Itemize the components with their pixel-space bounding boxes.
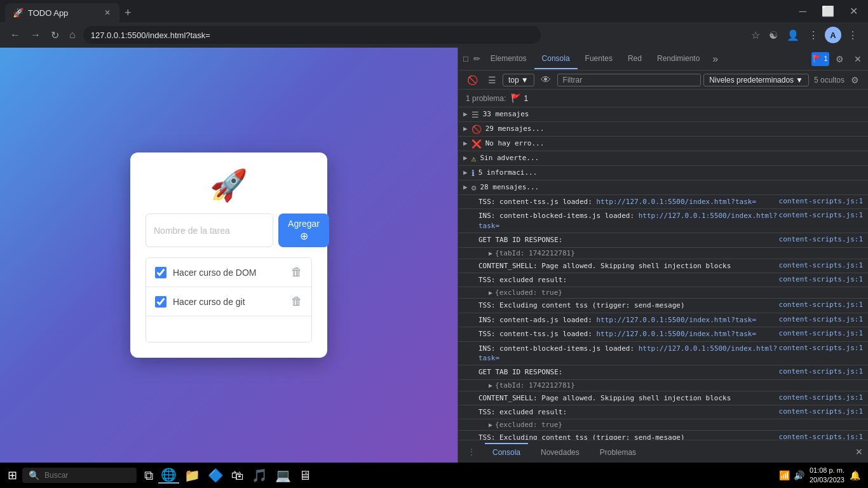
clear-console-button[interactable]: 🚫 xyxy=(463,73,482,87)
source-link[interactable]: content-scripts.js:1 xyxy=(779,211,863,219)
source-link[interactable]: content-scripts.js:1 xyxy=(779,315,863,323)
console-link[interactable]: http://127.0.0.1:5500/index.html?task= xyxy=(596,198,756,206)
console-log-shell-2[interactable]: CONTENT_SHELL: Page allowed. Skipping sh… xyxy=(458,391,868,405)
reload-button[interactable]: ↻ xyxy=(48,27,62,44)
console-log-ins-2[interactable]: INS: content-blocked-items.js loaded: ht… xyxy=(458,342,868,366)
task-name-input[interactable] xyxy=(146,214,273,247)
volume-icon[interactable]: 🔊 xyxy=(794,470,804,480)
filter-input[interactable] xyxy=(557,74,702,86)
task-checkbox-1[interactable] xyxy=(155,267,166,278)
source-link[interactable]: content-scripts.js:1 xyxy=(779,393,863,402)
console-link[interactable]: http://127.0.0.1:5500/index.html?task= xyxy=(596,330,756,338)
source-link[interactable]: content-scripts.js:1 xyxy=(779,367,863,376)
console-log-shell-1[interactable]: CONTENT_SHELL: Page allowed. Skipping sh… xyxy=(458,259,868,273)
console-log-tss-1[interactable]: TSS: content-tss.js loaded: http://127.0… xyxy=(458,195,868,209)
more-button[interactable]: ⋮ xyxy=(845,27,860,44)
devtools-tab-rendimiento[interactable]: Rendimiento xyxy=(649,49,707,69)
devtools-tab-consola[interactable]: Consola xyxy=(534,49,578,69)
add-task-button[interactable]: Agregar ⊕ xyxy=(278,214,329,247)
console-subgroup-1[interactable]: ▶ {tabId: 1742212781} xyxy=(458,248,868,259)
bookmark-button[interactable]: ☆ xyxy=(749,27,763,44)
devtools-tab-elementos[interactable]: Elementos xyxy=(483,49,534,69)
explorer-taskbar-icon[interactable]: 📁 xyxy=(182,468,203,483)
console-link[interactable]: http://127.0.0.1:5500/index.html?task= xyxy=(596,316,756,324)
devtools-more-tabs[interactable]: » xyxy=(707,48,723,70)
store-taskbar-icon[interactable]: 🛍 xyxy=(229,468,247,483)
console-link[interactable]: http://127.0.0.1:5500/index.html?task= xyxy=(478,344,777,362)
edge-taskbar-icon[interactable]: 🔷 xyxy=(205,468,226,483)
issues-badge[interactable]: 🚩 1 xyxy=(811,52,829,66)
start-button[interactable]: ⊞ xyxy=(3,468,22,482)
notifications-icon[interactable]: 🔔 xyxy=(850,470,860,480)
vscode-taskbar-icon[interactable]: 💻 xyxy=(273,468,294,483)
source-link[interactable]: content-scripts.js:1 xyxy=(779,197,863,205)
tab-close-button[interactable]: ✕ xyxy=(103,7,112,18)
taskview-button[interactable]: ⧉ xyxy=(142,468,156,483)
back-button[interactable]: ← xyxy=(8,27,23,43)
terminal-taskbar-icon[interactable]: 🖥 xyxy=(296,468,314,483)
network-icon[interactable]: 📶 xyxy=(779,470,790,480)
menu-button[interactable]: ⋮ xyxy=(806,27,821,44)
console-group-4[interactable]: ▶ ⚠ Sin adverte... xyxy=(458,151,868,166)
source-link[interactable]: content-scripts.js:1 xyxy=(779,235,863,243)
profile-button[interactable]: 👤 xyxy=(784,27,802,44)
devtools-inspect-button[interactable]: □ xyxy=(461,51,471,66)
spotify-taskbar-icon[interactable]: 🎵 xyxy=(249,468,270,483)
bottom-tab-consola[interactable]: Consola xyxy=(485,443,528,461)
levels-dropdown[interactable]: Niveles predeterminados ▼ xyxy=(703,74,809,86)
context-dropdown[interactable]: top ▼ xyxy=(503,74,534,86)
console-log-exclude-1[interactable]: TSS: Excluding content tss (trigger: sen… xyxy=(458,299,868,313)
home-button[interactable]: ⌂ xyxy=(67,27,78,43)
eye-button[interactable]: 👁 xyxy=(537,72,555,88)
console-log-exclude-2[interactable]: TSS: Excluding content tss (trigger: sen… xyxy=(458,431,868,440)
source-link[interactable]: content-scripts.js:1 xyxy=(779,407,863,416)
source-link[interactable]: content-scripts.js:1 xyxy=(779,301,863,309)
source-link[interactable]: content-scripts.js:1 xyxy=(779,433,863,440)
clock[interactable]: 01:08 p. m. 20/03/2023 xyxy=(810,466,844,485)
console-log-tss-2[interactable]: TSS: content-tss.js loaded: http://127.0… xyxy=(458,327,868,341)
bottom-tab-novedades[interactable]: Novedades xyxy=(533,443,587,461)
task-checkbox-2[interactable] xyxy=(155,296,166,308)
maximize-button[interactable]: ⬜ xyxy=(817,3,839,20)
bottom-tab-problemas[interactable]: Problemas xyxy=(592,443,644,461)
delete-task-2-button[interactable]: 🗑 xyxy=(291,295,302,308)
source-link[interactable]: content-scripts.js:1 xyxy=(779,261,863,269)
forward-button[interactable]: → xyxy=(28,27,43,43)
devtools-tab-red[interactable]: Red xyxy=(620,49,649,69)
console-settings-button[interactable]: ⚙ xyxy=(847,73,863,87)
new-tab-button[interactable]: + xyxy=(122,4,134,22)
console-link[interactable]: http://127.0.0.1:5500/index.html?task= xyxy=(478,212,777,229)
taskbar-search-input[interactable] xyxy=(44,471,121,480)
console-group-3[interactable]: ▶ ❌ No hay erro... xyxy=(458,137,868,151)
source-link[interactable]: content-scripts.js:1 xyxy=(779,329,863,337)
console-log-excluded-2[interactable]: TSS: excluded result: content-scripts.js… xyxy=(458,405,868,419)
extensions-button[interactable]: ☯ xyxy=(766,27,780,44)
filter-toggle-button[interactable]: ☰ xyxy=(484,73,500,87)
console-messages[interactable]: ▶ ☰ 33 mensajes ▶ 🚫 29 mensajes... ▶ ❌ N… xyxy=(458,107,868,440)
source-link[interactable]: content-scripts.js:1 xyxy=(779,344,863,352)
console-group-6[interactable]: ▶ ⚙ 28 mensajes... xyxy=(458,180,868,195)
source-link[interactable]: content-scripts.js:1 xyxy=(779,275,863,283)
devtools-tab-fuentes[interactable]: Fuentes xyxy=(578,49,620,69)
avatar[interactable]: A xyxy=(825,27,841,43)
console-log-ins-1[interactable]: INS: content-blocked-items.js loaded: ht… xyxy=(458,209,868,233)
console-subgroup-3[interactable]: ▶ {tabId: 1742212781} xyxy=(458,380,868,391)
console-subgroup-2[interactable]: ▶ {excluded: true} xyxy=(458,287,868,299)
devtools-bottom-close[interactable]: ✕ xyxy=(855,447,863,457)
console-group-5[interactable]: ▶ ℹ 5 informaci... xyxy=(458,166,868,180)
console-log-tab-1[interactable]: GET TAB ID RESPONSE: content-scripts.js:… xyxy=(458,233,868,247)
console-group-2[interactable]: ▶ 🚫 29 mensajes... xyxy=(458,122,868,137)
console-subgroup-4[interactable]: ▶ {excluded: true} xyxy=(458,419,868,431)
devtools-settings-button[interactable]: ⚙ xyxy=(832,51,848,67)
minimize-button[interactable]: ─ xyxy=(794,3,811,20)
console-group-1[interactable]: ▶ ☰ 33 mensajes xyxy=(458,107,868,122)
devtools-device-button[interactable]: ✏ xyxy=(471,51,483,66)
browser-tab[interactable]: 🚀 TODO App ✕ xyxy=(5,3,119,22)
console-log-excluded-1[interactable]: TSS: excluded result: content-scripts.js… xyxy=(458,273,868,287)
console-log-tab-2[interactable]: GET TAB ID RESPONSE: content-scripts.js:… xyxy=(458,365,868,379)
chrome-taskbar-icon[interactable]: 🌐 xyxy=(158,467,179,484)
delete-task-1-button[interactable]: 🗑 xyxy=(291,266,302,279)
close-button[interactable]: ✕ xyxy=(844,3,863,20)
search-bar[interactable]: 🔍 xyxy=(22,468,137,483)
console-log-ads[interactable]: INS: content-ads.js loaded: http://127.0… xyxy=(458,313,868,327)
